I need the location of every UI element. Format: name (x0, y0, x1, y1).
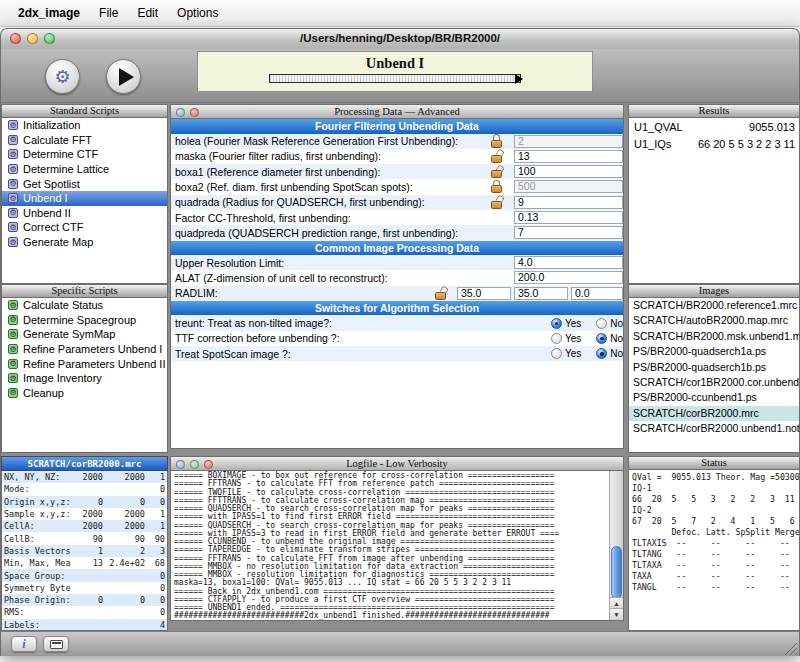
fileinfo-row: Min, Max, Mean: 13 2.4e+02 68 (2, 557, 167, 569)
param-input[interactable]: 9 (514, 196, 623, 209)
param-input[interactable]: 100 (514, 165, 623, 178)
menu-item[interactable]: Edit (137, 6, 158, 20)
script-item[interactable]: ⚙ Determine CTF (2, 147, 167, 162)
param-input[interactable]: 7 (514, 226, 623, 239)
script-label: Correct CTF (23, 221, 84, 233)
panel-close-icon[interactable] (190, 108, 199, 117)
radio-no[interactable] (596, 318, 607, 329)
param-input[interactable]: 0.0 (571, 287, 623, 300)
script-item[interactable]: ⚙ Refine Parameters Unbend II (2, 356, 167, 371)
radio-no[interactable] (596, 333, 607, 344)
param-input[interactable]: 200.0 (514, 271, 623, 284)
script-item[interactable]: ⚙ Image Inventory (2, 371, 167, 386)
results-header: Results (628, 104, 800, 118)
param-input[interactable]: 2 (514, 135, 623, 148)
script-item[interactable]: ⚙ Determine Spacegroup (2, 313, 167, 328)
menu-item[interactable]: Options (177, 6, 218, 20)
script-item[interactable]: ⚙ Correct CTF (2, 220, 167, 235)
image-list-item[interactable]: PS/BR2000-ccunbend1.ps (629, 390, 799, 405)
fileinfo-value: 2000 (71, 472, 103, 482)
script-item[interactable]: ⚙ Generate Map (2, 235, 167, 250)
minimize-button[interactable] (27, 33, 38, 44)
script-item[interactable]: ⚙ Unbend I (2, 191, 167, 206)
script-item[interactable]: ⚙ Determine Lattice (2, 162, 167, 177)
menu-item[interactable]: File (99, 6, 118, 20)
resize-grip[interactable] (784, 642, 797, 655)
panel-close-icon[interactable] (204, 460, 213, 469)
param-input[interactable]: 35.0 (457, 287, 511, 300)
status-line: TANGL -- -- -- -- (629, 582, 799, 593)
window-titlebar[interactable]: /Users/henning/Desktop/BR/BR2000/ (1, 29, 799, 50)
script-label: Calculate FFT (23, 134, 92, 146)
run-script-button[interactable] (106, 59, 141, 94)
param-label: quadpreda (QUADSERCH prediction range, f… (171, 227, 458, 239)
section-header: Fourier Filtering Unbending Data (171, 119, 623, 134)
image-list-item[interactable]: SCRATCH/BR2000.reference1.mrc (629, 298, 799, 313)
lock-icon[interactable] (489, 179, 503, 194)
vertical-splitter[interactable] (168, 104, 170, 631)
log-scrollbar[interactable]: ▲ ▼ (609, 471, 623, 620)
image-list-item[interactable]: PS/BR2000-quadserch1a.ps (629, 344, 799, 359)
script-label: Determine Spacegroup (23, 314, 136, 326)
lock-icon[interactable] (489, 164, 503, 179)
vertical-splitter[interactable] (625, 104, 627, 631)
lock-icon[interactable] (489, 149, 503, 164)
script-item[interactable]: ⚙ Initialization (2, 118, 167, 133)
fileinfo-label: Sample x,y,z: (2, 509, 71, 519)
image-list-item[interactable]: SCRATCH/autoBR2000.map.mrc (629, 313, 799, 328)
radio-yes-label: Yes (565, 333, 581, 344)
fileinfo-value: 1 (71, 546, 103, 556)
panel-dot-icon[interactable] (176, 460, 185, 469)
lock-icon[interactable] (489, 134, 503, 149)
scrollbar-thumb[interactable] (611, 546, 622, 600)
lock-icon[interactable] (489, 195, 503, 210)
menu-app-name[interactable]: 2dx_image (18, 6, 80, 20)
param-input[interactable]: 13 (514, 150, 623, 163)
script-label: Determine Lattice (23, 163, 109, 175)
fileinfo-value: 0 (145, 497, 167, 507)
display-button[interactable] (43, 636, 69, 652)
scroll-down-button[interactable]: ▼ (610, 608, 623, 620)
param-input[interactable]: 0.13 (514, 211, 623, 224)
script-item[interactable]: ⚙ Calculate Status (2, 298, 167, 313)
script-item[interactable]: ⚙ Calculate FFT (2, 133, 167, 148)
script-item[interactable]: ⚙ Generate SymMap (2, 327, 167, 342)
image-list-item[interactable]: PS/BR2000-quadserch1b.ps (629, 360, 799, 375)
fileinfo-label: Origin x,y,z: (2, 497, 71, 507)
gear-icon: ⚙ (8, 120, 18, 130)
param-input[interactable]: 500 (514, 180, 623, 193)
radio-yes[interactable] (551, 318, 562, 329)
image-list-item[interactable]: SCRATCH/cor1BR2000.cor.unbend1.... (629, 375, 799, 390)
script-label: Generate SymMap (23, 328, 115, 340)
zoom-button[interactable] (44, 33, 55, 44)
close-button[interactable] (10, 33, 21, 44)
image-list-item[interactable]: SCRATCH/corBR2000.mrc (629, 406, 799, 421)
radio-yes[interactable] (551, 333, 562, 344)
lock-icon[interactable] (433, 286, 447, 301)
standard-scripts-list: ⚙ Initialization ⚙ Calculate FFT ⚙ Deter… (1, 118, 168, 284)
radio-yes[interactable] (551, 348, 562, 359)
param-input[interactable]: 35.0 (514, 287, 568, 300)
image-list-item[interactable]: SCRATCH/BR2000.msk.unbend1.mrc (629, 329, 799, 344)
param-input[interactable]: 4.0 (514, 256, 623, 269)
script-item[interactable]: ⚙ Refine Parameters Unbend I (2, 342, 167, 357)
info-button[interactable]: i (11, 636, 37, 652)
fileinfo-label: Labels: (2, 620, 71, 630)
fileinfo-label: Min, Max, Mean: (2, 558, 71, 568)
fileinfo-row: Basis Vectors: 1 2 3 (2, 545, 167, 557)
panel-dot-icon[interactable] (176, 108, 185, 117)
fileinfo-value: 0 (103, 595, 145, 605)
radio-no[interactable] (596, 348, 607, 359)
script-item[interactable]: ⚙ Unbend II (2, 206, 167, 221)
panel-dot-icon[interactable] (190, 460, 199, 469)
fileinfo-value: 0 (71, 497, 103, 507)
script-settings-button[interactable]: ⚙ (45, 59, 80, 94)
gear-icon: ⚙ (8, 359, 18, 369)
switch-label: treunt: Treat as non-tilted image?: (171, 317, 332, 329)
gear-icon: ⚙ (8, 388, 18, 398)
script-item[interactable]: ⚙ Get Spotlist (2, 176, 167, 191)
image-list-item[interactable]: SCRATCH/corBR2000.unbend1.nota... (629, 421, 799, 436)
radio-no-label: No (610, 348, 623, 359)
script-item[interactable]: ⚙ Cleanup (2, 386, 167, 401)
fileinfo-label: Space Group: (2, 571, 71, 581)
